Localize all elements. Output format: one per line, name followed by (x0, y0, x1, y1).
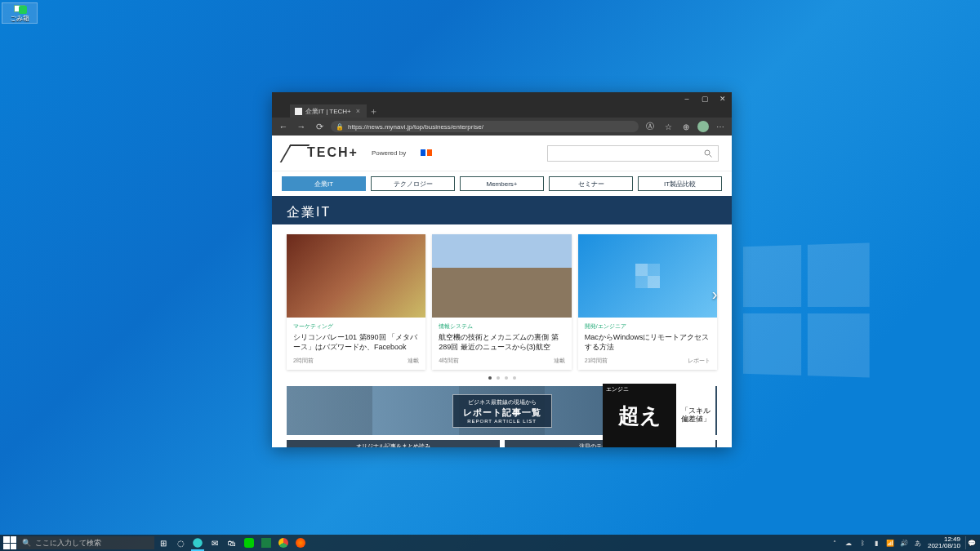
svg-point-2 (193, 538, 203, 548)
collections-button[interactable]: ⊕ (679, 120, 693, 133)
article-category: 情報システム (439, 322, 564, 331)
lock-icon: 🔒 (336, 123, 344, 131)
favorites-button[interactable]: ☆ (662, 120, 675, 133)
ad-top-text: エンジニ (606, 385, 629, 393)
window-minimize-button[interactable]: – (678, 92, 696, 104)
article-age: 21時間前 (585, 357, 608, 365)
hero-banner: 企業IT (272, 196, 732, 224)
start-button[interactable] (3, 536, 16, 549)
carousel-next-button[interactable]: › (706, 282, 724, 306)
article-category: 開発/エンジニア (585, 322, 710, 331)
banner-title: レポート記事一覧 (463, 407, 541, 419)
page-viewport[interactable]: TECH+ Powered by 企業IT テクノロジー Members+ セミ… (272, 136, 732, 447)
tray-onedrive-icon[interactable]: ☁ (844, 539, 853, 548)
window-maximize-button[interactable]: ▢ (696, 92, 714, 104)
taskbar-search[interactable]: 🔍 ここに入力して検索 (17, 536, 154, 549)
toolbar: ← → ⟳ 🔒 https://news.mynavi.jp/top/busin… (272, 118, 732, 136)
svg-line-1 (710, 154, 712, 157)
ad-vertical-text: 偏差値」 (681, 415, 710, 424)
ad-close-icon[interactable]: ✕ (706, 384, 715, 393)
site-logo[interactable]: TECH+ (285, 144, 359, 162)
new-tab-button[interactable]: ＋ (367, 104, 381, 118)
banner-english: REPORT ARTICLE LIST (463, 419, 541, 424)
tab-strip: 企業IT | TECH+ × ＋ (272, 104, 732, 118)
article-category: マーケティング (293, 322, 419, 331)
address-bar[interactable]: 🔒 https://news.mynavi.jp/top/business/en… (331, 121, 639, 132)
system-tray: ˄ ☁ ᛒ ▮ 📶 🔊 あ 12:49 2021/08/10 💬 (831, 536, 977, 549)
taskbar-clock[interactable]: 12:49 2021/08/10 (928, 536, 960, 549)
site-header: TECH+ Powered by (272, 136, 732, 171)
tray-battery-icon[interactable]: ▮ (872, 539, 881, 548)
taskbar-app-mail[interactable]: ✉ (207, 536, 223, 549)
tab-close-button[interactable]: × (354, 108, 362, 115)
wallpaper-windows-logo (743, 243, 870, 378)
sidebar-ad[interactable]: エンジニ ✕ 超え 「スキル偏差値」 (603, 384, 715, 447)
forward-button[interactable]: → (295, 120, 308, 133)
menu-button[interactable]: ⋯ (714, 120, 727, 133)
article-card[interactable]: 開発/エンジニア MacからWindowsにリモートアクセスする方法 21時間前… (578, 234, 717, 370)
tray-ime-indicator[interactable]: あ (914, 539, 923, 548)
taskbar-app-excel[interactable] (258, 536, 274, 549)
category-nav: 企業IT テクノロジー Members+ セミナー IT製品比較 (272, 171, 732, 196)
article-age: 2時間前 (293, 357, 314, 365)
nav-item-members[interactable]: Members+ (460, 176, 544, 191)
nav-item-technology[interactable]: テクノロジー (371, 176, 455, 191)
article-tag: 連載 (554, 357, 565, 365)
article-card[interactable]: 情報システム 航空機の技術とメカニズムの裏側 第289回 最近のニュースから(3… (432, 234, 571, 370)
feature-link[interactable]: オリジナル記事をまとめ読み (287, 440, 500, 447)
powered-by-label: Powered by (372, 149, 406, 157)
task-view-button[interactable]: ⊞ (155, 536, 172, 549)
article-thumbnail (578, 234, 717, 318)
taskbar-app-store[interactable]: 🛍 (224, 536, 240, 549)
action-center-button[interactable]: 💬 (965, 536, 977, 549)
reload-button[interactable]: ⟳ (313, 120, 326, 133)
mynavi-logo-icon[interactable] (419, 146, 434, 161)
tray-volume-icon[interactable]: 🔊 (900, 539, 909, 548)
edge-icon (192, 537, 203, 549)
profile-avatar[interactable] (697, 121, 709, 132)
search-placeholder: ここに入力して検索 (35, 538, 101, 549)
read-aloud-button[interactable]: Ⓐ (644, 120, 657, 133)
taskbar-app-cortana[interactable]: ◌ (172, 536, 189, 549)
nav-item-seminar[interactable]: セミナー (549, 176, 633, 191)
article-title: 航空機の技術とメカニズムの裏側 第289回 最近のニュースから(3)航空機… (439, 332, 564, 352)
url-text: https://news.mynavi.jp/top/business/ente… (348, 123, 483, 131)
desktop-icon-label: ごみ箱 (10, 14, 29, 23)
article-tag: レポート (688, 357, 710, 365)
article-thumbnail (432, 234, 571, 318)
taskbar-app-chrome[interactable] (275, 536, 292, 549)
article-thumbnail (287, 234, 425, 318)
banner-subtitle: ビジネス最前線の現場から (463, 398, 541, 407)
tab-favicon (295, 108, 302, 115)
tab-title: 企業IT | TECH+ (305, 107, 351, 116)
article-title: シリコンバレー101 第890回 「メタバース」はバズワードか、Facebook… (293, 332, 419, 352)
svg-point-0 (705, 150, 710, 155)
clock-date: 2021/08/10 (928, 543, 960, 549)
nav-item-it-products[interactable]: IT製品比較 (638, 176, 722, 191)
tray-overflow-button[interactable]: ˄ (831, 539, 840, 548)
window-close-button[interactable]: ✕ (714, 92, 732, 104)
nav-item-enterprise-it[interactable]: 企業IT (282, 176, 366, 191)
hero-title: 企業IT (287, 204, 717, 221)
taskbar-app-edge[interactable] (189, 536, 206, 549)
search-icon (703, 149, 713, 158)
article-age: 4時間前 (439, 357, 459, 365)
recycle-bin-icon (14, 5, 25, 12)
window-titlebar[interactable]: – ▢ ✕ (272, 92, 732, 104)
desktop-icon-recycle-bin[interactable]: ごみ箱 (2, 2, 38, 24)
taskbar: 🔍 ここに入力して検索 ⊞ ◌ ✉ 🛍 ˄ ☁ ᛒ ▮ 📶 🔊 あ 12:49 … (0, 535, 980, 551)
site-search-input[interactable] (547, 145, 719, 162)
browser-window: – ▢ ✕ 企業IT | TECH+ × ＋ ← → ⟳ 🔒 https://n… (272, 92, 732, 447)
article-card[interactable]: マーケティング シリコンバレー101 第890回 「メタバース」はバズワードか、… (287, 234, 425, 370)
taskbar-app-line[interactable] (241, 536, 257, 549)
tray-bluetooth-icon[interactable]: ᛒ (858, 539, 867, 548)
article-carousel: マーケティング シリコンバレー101 第890回 「メタバース」はバズワードか、… (272, 224, 732, 376)
article-title: MacからWindowsにリモートアクセスする方法 (585, 332, 710, 352)
back-button[interactable]: ← (277, 120, 290, 133)
taskbar-app-firefox[interactable] (292, 536, 309, 549)
browser-tab-active[interactable]: 企業IT | TECH+ × (290, 104, 367, 118)
tray-network-icon[interactable]: 📶 (886, 539, 895, 548)
search-icon: 🔍 (22, 539, 31, 547)
article-tag: 連載 (408, 357, 419, 365)
